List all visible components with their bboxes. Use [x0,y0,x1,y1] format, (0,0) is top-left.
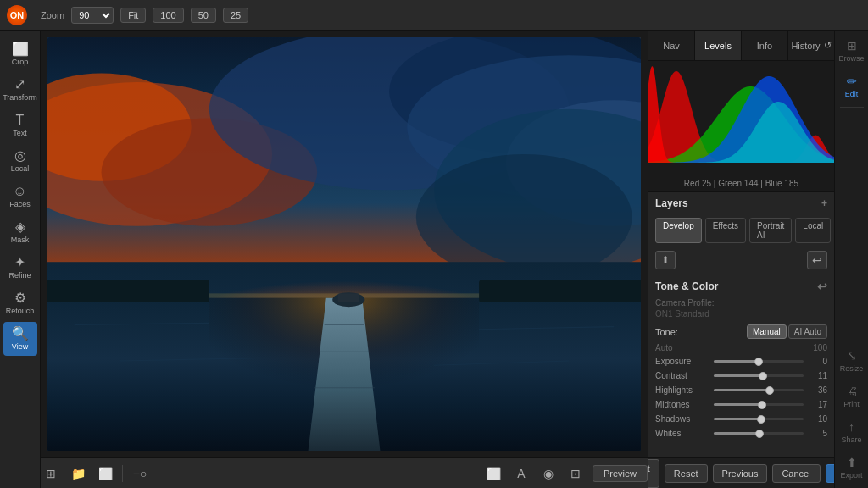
tool-text[interactable]: T Text [3,108,37,142]
midtones-label: Midtones [655,400,710,409]
zoom-label: Zoom [41,10,64,20]
stamp-icon[interactable]: ◉ [538,463,559,484]
text-tool-icon[interactable]: A [511,463,531,484]
midtones-track[interactable] [714,403,804,406]
highlights-track[interactable] [714,389,804,391]
zoom-select[interactable]: 90 100 50 25 [71,7,114,24]
browse-item[interactable]: ⊞ Browse [837,34,867,68]
tab-info[interactable]: Info [742,30,788,60]
tab-local[interactable]: Local [795,218,831,243]
local-icon: ◎ [14,149,26,163]
tool-mask-label: Mask [11,236,30,244]
tool-view[interactable]: 🔍 View [3,322,37,356]
image-bottom-bar: ⊞ 📁 ⬜ −○ ⬜ A ◉ ⊡ Preview [41,458,648,488]
svg-rect-15 [47,280,209,302]
share-item[interactable]: ↑ Share [837,415,867,449]
print-icon: 🖨 [846,385,858,398]
cancel-button[interactable]: Cancel [772,464,820,483]
camera-profile-value: ON1 Standard [655,309,827,322]
resize-icon: ⤡ [847,349,857,363]
export-item[interactable]: ⬆ Export [837,451,867,485]
right-divider [840,107,864,108]
main-content: ⬜ Crop ⤢ Transform T Text ◎ Local ☺ Face… [0,30,868,488]
tone-color-section: Tone & Color ↩ Camera Profile: ON1 Stand… [648,273,834,444]
share-icon: ↑ [849,420,854,434]
preview-button[interactable]: Preview [593,465,648,482]
highlights-value: 36 [807,385,827,395]
contrast-track[interactable] [714,374,804,377]
print-label: Print [843,400,860,408]
tool-transform[interactable]: ⤢ Transform [3,73,37,107]
shadows-slider-row: Shadows 10 [655,412,827,426]
tone-reset-icon[interactable]: ↩ [817,280,827,293]
done-button[interactable]: Done [826,464,834,483]
shadows-track[interactable] [714,418,804,420]
tab-develop[interactable]: Develop [655,218,702,243]
layers-add-icon[interactable]: + [821,197,827,209]
border-icon[interactable]: ⬜ [484,463,504,484]
layer-undo-icon[interactable]: ↩ [807,251,827,269]
tool-local[interactable]: ◎ Local [3,144,37,178]
zoom-fit-button[interactable]: Fit [120,8,146,23]
zoom-100-button[interactable]: 100 [153,8,183,23]
tool-crop[interactable]: ⬜ Crop [3,37,37,71]
tool-retouch[interactable]: ⚙ Retouch [3,286,37,320]
tone-manual-button[interactable]: Manual [747,324,787,339]
tab-portrait-ai[interactable]: Portrait AI [749,218,792,243]
folder-icon[interactable]: 📁 [68,463,88,484]
transform-icon: ⤢ [14,78,25,92]
tool-faces[interactable]: ☺ Faces [3,180,37,214]
tool-mask[interactable]: ◈ Mask [3,215,37,249]
histogram: Red 25 | Green 144 | Blue 185 [648,61,834,192]
tool-refine[interactable]: ✦ Refine [3,251,37,285]
tool-refine-label: Refine [8,271,31,280]
text-icon: T [16,114,25,127]
auto-value: 100 [813,343,827,352]
compare-icon[interactable]: ⊡ [565,463,586,484]
auto-label: Auto [655,343,673,352]
tab-levels[interactable]: Levels [695,30,742,60]
app-logo: ON [7,5,27,25]
exposure-label: Exposure [655,357,710,366]
layer-icon[interactable]: ⊞ [41,463,61,484]
tool-transform-label: Transform [3,93,37,102]
layer-share-icon[interactable]: ⬆ [655,251,676,269]
svg-rect-23 [338,293,359,302]
reset-button[interactable]: Reset [665,464,708,483]
frame-icon[interactable]: ⬜ [95,463,115,484]
tool-faces-label: Faces [9,200,31,208]
camera-profile-label: Camera Profile: [655,297,827,309]
whites-track[interactable] [714,432,804,435]
tab-nav[interactable]: Nav [648,30,695,60]
tone-label: Tone: [655,327,678,337]
contrast-label: Contrast [655,371,710,380]
previous-button[interactable]: Previous [713,464,768,483]
exposure-value: 0 [807,357,827,366]
retouch-icon: ⚙ [14,291,26,305]
far-right-panel: ⊞ Browse ✏ Edit ⤡ Resize 🖨 Print ↑ Share… [834,30,868,488]
exposure-track[interactable] [714,360,804,363]
panel-content: Layers + Develop Effects Portrait AI Loc… [648,192,834,458]
zoom-25-button[interactable]: 25 [223,8,248,23]
zoom-50-button[interactable]: 50 [191,8,216,23]
panel-bottom-buttons: Reset All Reset Previous Cancel Done [648,458,834,488]
panel-tabs: Nav Levels Info History ↺ [648,30,834,61]
resize-item[interactable]: ⤡ Resize [837,344,867,378]
histogram-info: Red 25 | Green 144 | Blue 185 [648,179,834,188]
reset-all-button[interactable]: Reset All [648,459,659,488]
faces-icon: ☺ [13,185,26,198]
tab-history[interactable]: History ↺ [788,30,834,60]
tool-crop-label: Crop [12,58,29,66]
print-item[interactable]: 🖨 Print [837,380,867,413]
left-toolbar: ⬜ Crop ⤢ Transform T Text ◎ Local ☺ Face… [0,30,41,488]
photo-background [47,37,641,451]
resize-label: Resize [840,364,864,373]
tab-effects[interactable]: Effects [705,218,746,243]
histogram-canvas [648,61,834,171]
refine-icon: ✦ [14,256,25,269]
subtract-icon[interactable]: −○ [130,463,150,484]
tone-ai-auto-button[interactable]: AI Auto [788,324,827,339]
photo [47,37,641,451]
edit-item[interactable]: ✏ Edit [837,69,867,103]
tool-local-label: Local [11,164,30,173]
